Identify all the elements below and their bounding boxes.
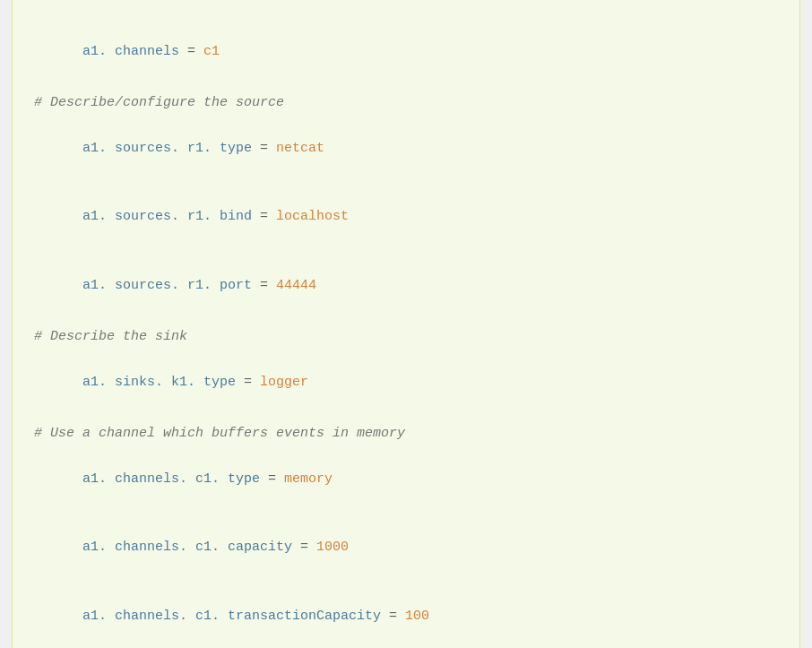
eq-4: = [252,141,276,156]
key-channels-type: a1. channels. c1. type [82,471,260,487]
val-c1: c1 [203,44,220,59]
eq-9: = [292,540,316,555]
key-sources-type: a1. sources. r1. type [82,141,252,156]
key-channels-capacity: a1. channels. c1. capacity [82,540,292,555]
code-line-8: a1. channels. c1. type = memory [34,445,778,514]
key-sinks-type: a1. sinks. k1. type [82,375,236,390]
val-port: 44444 [276,278,316,293]
val-logger: logger [260,375,308,390]
eq-7: = [236,375,260,390]
code-line-10: a1. channels. c1. transactionCapacity = … [34,582,778,648]
eq-3: = [179,44,203,59]
code-line-7: a1. sinks. k1. type = logger [34,348,778,417]
code-line-3: a1. channels = c1 [34,17,778,86]
eq-8: = [260,471,284,487]
key-channels: a1. channels [82,44,179,59]
val-1000: 1000 [316,540,349,555]
key-sources-bind: a1. sources. r1. bind [82,209,252,224]
code-line-4: a1. sources. r1. type = netcat [34,114,778,183]
comment-line-3: # Describe/configure the source [34,91,778,115]
comment-line-5: # Use a channel which buffers events in … [34,422,778,445]
val-100: 100 [405,609,429,624]
code-line-5: a1. sources. r1. bind = localhost [34,183,778,252]
eq-6: = [252,278,276,293]
code-line-9: a1. channels. c1. capacity = 1000 [34,514,778,583]
key-sources-port: a1. sources. r1. port [82,278,252,293]
comment-line-4: # Describe the sink [34,325,778,349]
code-container: # example.conf: A single-node Flume conf… [12,0,800,648]
val-memory: memory [284,471,333,487]
eq-5: = [252,209,276,224]
eq-10: = [381,609,405,624]
code-line-6: a1. sources. r1. port = 44444 [34,251,778,320]
val-localhost: localhost [276,209,349,224]
key-channels-transaction: a1. channels. c1. transactionCapacity [82,609,381,624]
code-line-2: a1. sinks = k1 [34,0,778,17]
val-netcat: netcat [276,141,324,156]
code-block: # example.conf: A single-node Flume conf… [34,0,778,648]
